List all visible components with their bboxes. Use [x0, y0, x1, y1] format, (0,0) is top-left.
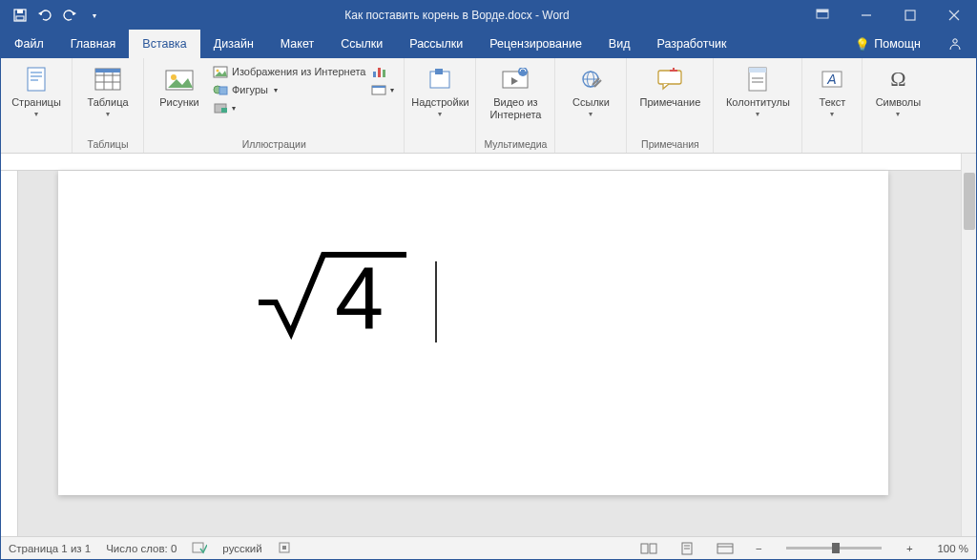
tab-layout[interactable]: Макет	[267, 30, 327, 58]
shapes-label: Фигуры	[232, 84, 268, 95]
tab-references[interactable]: Ссылки	[327, 30, 396, 58]
table-button[interactable]: Таблица ▾	[78, 62, 137, 118]
tab-developer[interactable]: Разработчик	[643, 30, 739, 58]
chart-icon	[371, 64, 386, 79]
zoom-level[interactable]: 100 %	[937, 543, 968, 554]
comment-button[interactable]: Примечание	[633, 62, 707, 109]
redo-icon[interactable]	[62, 8, 77, 23]
macro-icon[interactable]	[278, 541, 291, 556]
svg-rect-29	[378, 68, 381, 77]
pictures-label: Рисунки	[159, 96, 199, 109]
ribbon-options-icon[interactable]	[800, 1, 844, 30]
svg-rect-6	[905, 10, 915, 20]
addin-small-icon	[213, 100, 228, 115]
zoom-slider-thumb[interactable]	[832, 543, 840, 553]
maximize-button[interactable]	[888, 1, 932, 30]
vertical-ruler[interactable]	[1, 171, 18, 536]
status-page[interactable]: Страница 1 из 1	[9, 543, 91, 554]
status-language[interactable]: русский	[222, 543, 261, 554]
tell-me[interactable]: 💡Помощн	[842, 30, 934, 58]
page-icon	[21, 64, 52, 94]
save-icon[interactable]	[12, 8, 28, 23]
tab-insert[interactable]: Вставка	[129, 30, 199, 58]
table-icon	[93, 64, 123, 94]
svg-rect-28	[373, 72, 376, 77]
online-video-label: Видео из Интернета	[482, 96, 549, 120]
pictures-icon	[164, 64, 195, 94]
online-pictures-icon	[213, 64, 228, 79]
svg-rect-2	[16, 16, 24, 20]
zoom-slider[interactable]	[786, 547, 882, 550]
tab-review[interactable]: Рецензирование	[476, 30, 595, 58]
pages-button[interactable]: Страницы ▾	[7, 62, 66, 118]
svg-rect-4	[817, 10, 828, 12]
window-controls	[800, 1, 976, 30]
zoom-in-button[interactable]: +	[903, 543, 916, 554]
tab-home[interactable]: Главная	[57, 30, 130, 58]
links-button[interactable]: Ссылки ▾	[561, 62, 620, 118]
svg-rect-41	[658, 71, 681, 84]
online-pictures-label: Изображения из Интернета	[232, 66, 365, 77]
headerfooter-icon	[742, 64, 773, 94]
online-video-button[interactable]: Видео из Интернета	[482, 62, 549, 120]
group-addins: Надстройки ▾	[405, 58, 476, 153]
svg-point-21	[171, 74, 177, 80]
svg-rect-47	[752, 81, 763, 83]
chevron-down-icon: ▾	[589, 110, 592, 118]
tab-file[interactable]: Файл	[1, 30, 57, 58]
document-page[interactable]: 4	[58, 171, 888, 495]
addins-button[interactable]: Надстройки ▾	[410, 62, 469, 118]
read-mode-icon[interactable]	[638, 541, 659, 556]
chevron-down-icon: ▾	[830, 110, 834, 118]
spellcheck-icon[interactable]	[192, 541, 207, 556]
vertical-scrollbar[interactable]	[961, 154, 976, 536]
zoom-out-button[interactable]: −	[752, 543, 765, 554]
symbols-button[interactable]: Ω Символы ▾	[868, 62, 927, 118]
group-symbols: Ω Символы ▾	[863, 58, 933, 153]
tab-view[interactable]: Вид	[595, 30, 644, 58]
text-button[interactable]: A Текст ▾	[808, 62, 856, 118]
svg-rect-46	[752, 77, 763, 79]
online-pictures-button[interactable]: Изображения из Интернета	[213, 64, 365, 79]
pictures-button[interactable]: Рисунки	[150, 62, 209, 109]
group-media-label: Мультимедиа	[476, 136, 554, 153]
more-illustrations-button[interactable]: ▾	[213, 100, 365, 115]
text-cursor	[435, 261, 437, 342]
group-tables-label: Таблицы	[73, 136, 143, 153]
group-pages-label	[1, 136, 72, 153]
group-links-label	[555, 136, 626, 153]
svg-rect-13	[31, 79, 38, 81]
screenshot-button[interactable]: ▾	[371, 82, 394, 97]
chart-button[interactable]	[371, 64, 394, 79]
group-comments-label: Примечания	[627, 136, 713, 153]
share-button[interactable]	[934, 30, 976, 58]
shapes-button[interactable]: Фигуры▾	[213, 82, 365, 97]
window-title: Как поставить корень в Ворде.docx - Word	[114, 9, 800, 22]
undo-icon[interactable]	[37, 8, 52, 23]
chevron-down-icon: ▾	[756, 110, 759, 118]
group-headerfooter: Колонтитулы ▾	[714, 58, 802, 153]
svg-rect-59	[717, 544, 733, 553]
tab-mailings[interactable]: Рассылки	[396, 30, 476, 58]
svg-rect-45	[749, 68, 766, 73]
group-text: A Текст ▾	[802, 58, 863, 153]
group-symbols-label	[863, 136, 933, 153]
status-words[interactable]: Число слов: 0	[106, 543, 177, 554]
chevron-down-icon: ▾	[390, 86, 394, 94]
group-pages: Страницы ▾	[1, 58, 73, 153]
web-layout-icon[interactable]	[715, 541, 736, 556]
close-button[interactable]	[932, 1, 976, 30]
svg-rect-11	[31, 72, 42, 73]
comment-icon	[655, 64, 685, 94]
scrollbar-thumb[interactable]	[964, 173, 975, 230]
svg-rect-30	[383, 70, 385, 77]
group-tables: Таблица ▾ Таблицы	[73, 58, 144, 153]
tab-design[interactable]: Дизайн	[200, 30, 267, 58]
print-layout-icon[interactable]	[676, 541, 697, 556]
headerfooter-button[interactable]: Колонтитулы ▾	[719, 62, 796, 118]
horizontal-ruler[interactable]	[1, 154, 961, 171]
addins-label: Надстройки	[411, 96, 468, 109]
equation[interactable]: 4	[249, 238, 411, 342]
minimize-button[interactable]	[844, 1, 888, 30]
qat-dropdown-icon[interactable]: ▾	[87, 8, 102, 23]
